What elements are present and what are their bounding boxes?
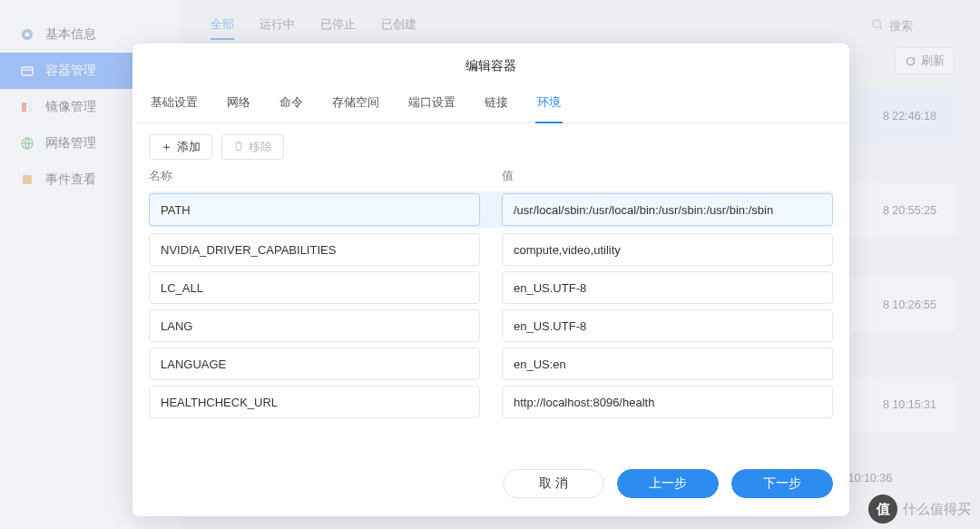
env-rows xyxy=(132,191,849,418)
env-row[interactable] xyxy=(149,271,833,304)
env-value-input[interactable] xyxy=(502,271,833,304)
modal-tab-storage[interactable]: 存储空间 xyxy=(330,85,381,123)
env-value-input[interactable] xyxy=(502,348,833,380)
env-headers: 名称 值 xyxy=(132,167,849,191)
modal-tab-label: 命令 xyxy=(279,95,303,109)
header-name: 名称 xyxy=(149,169,480,184)
modal-footer: 取 消 上一步 下一步 xyxy=(132,418,849,498)
modal-tab-network[interactable]: 网络 xyxy=(225,85,252,123)
modal-tab-label: 端口设置 xyxy=(408,95,456,109)
env-name-input[interactable] xyxy=(149,348,480,380)
env-name-input[interactable] xyxy=(149,193,480,226)
modal-tab-links[interactable]: 链接 xyxy=(483,85,510,123)
modal-tab-label: 存储空间 xyxy=(332,95,379,109)
modal-tab-basic[interactable]: 基础设置 xyxy=(149,85,200,123)
prev-label: 上一步 xyxy=(649,476,687,490)
modal-tab-command[interactable]: 命令 xyxy=(278,85,305,123)
remove-label: 移除 xyxy=(249,140,272,155)
modal-toolbar: ＋ 添加 移除 xyxy=(132,123,849,167)
env-value-input[interactable] xyxy=(502,233,833,266)
env-row[interactable] xyxy=(149,233,833,266)
env-row[interactable] xyxy=(149,386,833,418)
env-name-input[interactable] xyxy=(149,271,480,304)
add-label: 添加 xyxy=(177,140,201,155)
watermark: 值 什么值得买 xyxy=(868,495,971,524)
plus-icon: ＋ xyxy=(161,140,172,155)
add-button[interactable]: ＋ 添加 xyxy=(149,134,212,160)
cancel-button[interactable]: 取 消 xyxy=(503,469,604,498)
cancel-label: 取 消 xyxy=(539,476,568,490)
modal-tab-label: 基础设置 xyxy=(151,95,198,109)
trash-icon xyxy=(233,141,244,154)
remove-button[interactable]: 移除 xyxy=(221,134,284,160)
modal-tab-label: 链接 xyxy=(485,95,508,109)
env-name-input[interactable] xyxy=(149,386,480,418)
next-button[interactable]: 下一步 xyxy=(731,469,833,498)
env-value-input[interactable] xyxy=(502,193,833,226)
watermark-text: 什么值得买 xyxy=(903,501,971,518)
edit-container-modal: 编辑容器 基础设置 网络 命令 存储空间 端口设置 链接 环境 ＋ 添加 移除 … xyxy=(132,44,849,516)
modal-title: 编辑容器 xyxy=(132,58,849,85)
modal-tabs: 基础设置 网络 命令 存储空间 端口设置 链接 环境 xyxy=(132,85,849,123)
header-value: 值 xyxy=(502,169,833,184)
watermark-icon: 值 xyxy=(868,495,897,524)
env-value-input[interactable] xyxy=(502,309,833,342)
env-row[interactable] xyxy=(149,191,833,228)
modal-tab-env[interactable]: 环境 xyxy=(535,85,563,123)
env-name-input[interactable] xyxy=(149,233,480,266)
modal-tab-ports[interactable]: 端口设置 xyxy=(407,85,457,123)
next-label: 下一步 xyxy=(763,476,801,490)
env-row[interactable] xyxy=(149,348,833,380)
modal-tab-label: 环境 xyxy=(537,95,561,109)
env-row[interactable] xyxy=(149,309,833,342)
env-value-input[interactable] xyxy=(502,386,833,418)
prev-button[interactable]: 上一步 xyxy=(617,469,719,498)
env-name-input[interactable] xyxy=(149,309,480,342)
modal-tab-label: 网络 xyxy=(227,95,250,109)
